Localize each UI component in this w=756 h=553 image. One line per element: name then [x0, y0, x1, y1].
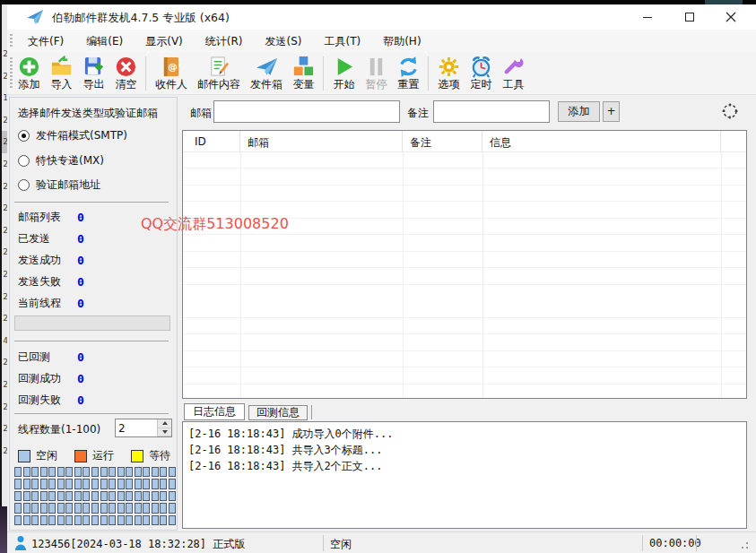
mail-content-icon [208, 56, 230, 78]
radio-mx-mode[interactable]: 特快专递(MX) [18, 153, 104, 168]
toolbar-button-start[interactable]: 开始 [328, 55, 360, 93]
background-line-numbers: 2212222222222422222 [0, 4, 7, 506]
column-header-info[interactable]: 信息 [482, 131, 721, 151]
toolbar-button-export[interactable]: 导出 [78, 55, 109, 93]
toolbar-button-reset[interactable]: 重置 [393, 55, 424, 93]
clear-icon [115, 56, 137, 78]
thread-cell [117, 503, 125, 513]
legend-running: 运行 [74, 448, 114, 463]
thread-cell [48, 479, 56, 488]
resize-grip-icon[interactable] [738, 539, 749, 549]
close-icon [726, 12, 736, 22]
toolbar-button-label: 重置 [398, 77, 420, 92]
minimize-icon [643, 17, 652, 18]
maximize-button[interactable] [674, 4, 705, 30]
tab-test-info[interactable]: 回测信息 [248, 405, 308, 420]
thread-cell [143, 503, 150, 513]
log-output[interactable]: [2-16 18:18:43] 成功导入0个附件... [2-16 18:18:… [182, 421, 747, 529]
svg-text:@: @ [168, 61, 178, 72]
chevron-down-icon [162, 430, 168, 434]
thread-cell [152, 467, 159, 477]
variables-icon [292, 56, 315, 78]
plus-button[interactable]: + [603, 101, 620, 122]
toolbar-button-clear[interactable]: 清空 [110, 55, 142, 93]
thread-cell [126, 515, 133, 525]
toolbar-button-label: 导出 [83, 77, 105, 92]
toolbar-button-add[interactable]: 添加 [13, 55, 45, 93]
paper-plane-icon [27, 10, 43, 24]
menu-tools[interactable]: 工具(T) [317, 30, 368, 53]
background-bottom-patch [0, 506, 7, 553]
menu-file[interactable]: 文件(F) [21, 30, 71, 53]
legend-label: 空闲 [36, 448, 57, 463]
thread-cell [117, 467, 125, 477]
spinner-down-button[interactable] [158, 428, 171, 437]
menu-view[interactable]: 显示(V) [138, 30, 190, 53]
toolbar-button-label: 暂停 [366, 77, 387, 92]
radio-label: 发件箱模式(SMTP) [36, 128, 127, 143]
column-header-id[interactable]: ID [183, 131, 240, 151]
reset-icon [397, 56, 420, 78]
tools-icon [502, 56, 525, 78]
toolbar-button-variables[interactable]: 变量 [288, 55, 319, 93]
thread-cell [169, 503, 176, 513]
close-button[interactable] [716, 4, 746, 30]
column-line [721, 152, 722, 398]
radio-verify-mode[interactable]: 验证邮箱地址 [18, 177, 100, 193]
stat-value: 0 [77, 254, 84, 267]
radio-smtp-mode[interactable]: 发件箱模式(SMTP) [18, 128, 127, 143]
toolbar-button-label: 选项 [439, 77, 460, 92]
thread-cell [126, 491, 133, 501]
import-icon [50, 56, 73, 78]
thread-cell [65, 467, 73, 477]
toolbar-button-label: 清空 [116, 77, 137, 92]
spinner-up-button[interactable] [158, 419, 171, 428]
options-icon [438, 56, 460, 78]
toolbar-button-import[interactable]: 导入 [46, 55, 77, 93]
menu-stats[interactable]: 统计(R) [198, 30, 250, 53]
menu-edit[interactable]: 编辑(E) [79, 30, 130, 53]
thread-cell [65, 503, 73, 513]
screen: 2212222222222422222 伯勒邮件群发机4.7.5 专业版 (x6… [0, 0, 756, 553]
stat-label: 发送成功 [18, 253, 77, 268]
toolbar-button-label: 变量 [293, 77, 315, 92]
table-body[interactable] [183, 152, 746, 398]
toolbar-button-recipients[interactable]: @ 收件人 [151, 55, 192, 93]
toolbar-button-tools[interactable]: 工具 [498, 55, 529, 93]
thread-cell [57, 503, 65, 513]
mail-list-table[interactable]: ID 邮箱 备注 信息 [182, 130, 747, 399]
minimize-button[interactable] [632, 4, 663, 30]
thread-cell [160, 467, 167, 477]
elapsed-timer: 00:00:00 [649, 537, 701, 549]
thread-cell [143, 479, 150, 488]
column-header-note[interactable]: 备注 [403, 131, 482, 151]
column-header-email[interactable]: 邮箱 [240, 131, 403, 151]
target-icon[interactable] [722, 103, 738, 119]
toolbar-button-label: 收件人 [155, 77, 187, 92]
column-line [482, 152, 483, 398]
stat-value: 0 [77, 350, 84, 364]
toolbar-separator [323, 56, 324, 91]
stat-label: 回测成功 [18, 371, 77, 386]
toolbar-separator [428, 56, 429, 91]
thread-cell [91, 479, 99, 488]
thread-cell [40, 503, 48, 513]
add-email-button[interactable]: 添加 [558, 101, 600, 122]
toolbar-button-mail-content[interactable]: 邮件内容 [193, 55, 245, 93]
thread-cell [31, 503, 39, 513]
thread-cell [65, 479, 73, 488]
title-bar[interactable]: 伯勒邮件群发机4.7.5 专业版 (x64) [7, 4, 756, 30]
toolbar-button-outbox[interactable]: 发件箱 [246, 55, 287, 93]
thread-cell [169, 515, 176, 525]
tab-log-info[interactable]: 日志信息 [184, 403, 245, 420]
menu-send[interactable]: 发送(S) [258, 30, 309, 53]
toolbar-button-timer[interactable]: 定时 [465, 55, 497, 93]
note-input[interactable] [433, 100, 550, 123]
status-separator [642, 535, 643, 551]
email-input[interactable] [213, 100, 400, 123]
menu-help[interactable]: 帮助(H) [376, 30, 428, 53]
email-label: 邮箱 [190, 106, 212, 121]
toolbar-button-options[interactable]: 选项 [433, 55, 465, 93]
thread-count-stepper[interactable]: 2 [115, 419, 172, 437]
toolbar-button-label: 定时 [471, 77, 492, 92]
